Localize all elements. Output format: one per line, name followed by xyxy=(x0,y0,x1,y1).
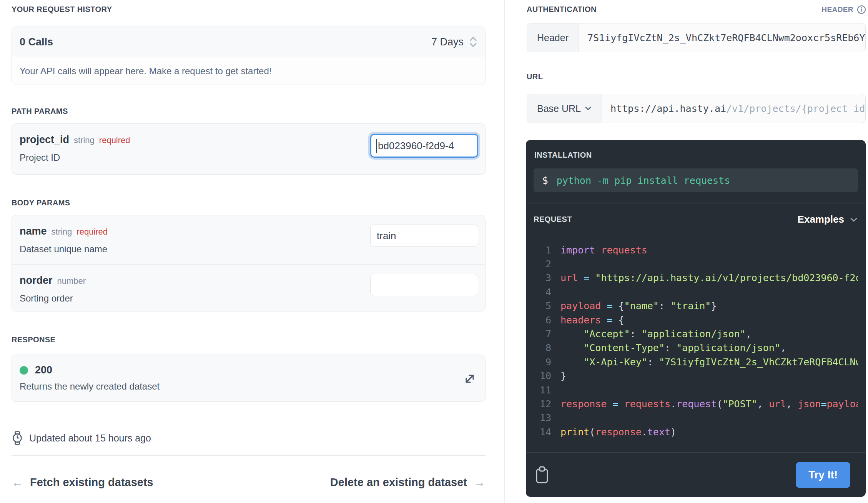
code-line: 3url = "https://api.hasty.ai/v1/projects… xyxy=(534,271,858,285)
auth-header-box: Header 7S1iyfgIVcZtN_2s_VhCZkt7eRQFB4CLN… xyxy=(527,23,866,52)
response-status: 200 xyxy=(20,364,477,376)
status-code: 200 xyxy=(35,364,52,376)
code-line: 10} xyxy=(534,369,858,383)
param-name: project_id xyxy=(20,134,69,146)
param-row-norder: norder number Sorting order xyxy=(12,264,485,311)
footer-divider xyxy=(12,455,486,456)
body-params-title: BODY PARAMS xyxy=(12,198,486,207)
chevron-down-icon xyxy=(850,217,858,222)
install-command-row: $ python -m pip install requests xyxy=(534,168,858,192)
prev-endpoint-label: Fetch existing datasets xyxy=(30,476,153,489)
auth-header-label: Header xyxy=(527,23,579,52)
installation-title: INSTALLATION xyxy=(534,151,858,160)
next-endpoint-link[interactable]: Delete an existing dataset → xyxy=(330,476,486,489)
code-line: 8 "Content-Type": "application/json", xyxy=(534,341,858,355)
param-type: string xyxy=(52,227,72,237)
sort-chevrons-icon xyxy=(469,35,477,48)
request-title: REQUEST xyxy=(534,215,572,224)
request-panel: YOUR REQUEST HISTORY 0 Calls 7 Days Your… xyxy=(12,0,486,489)
watch-icon xyxy=(12,431,23,445)
auth-scheme-label: HEADER xyxy=(821,5,853,14)
code-line: 9 "X-Api-Key": "7S1iyfgIVcZtN_2s_VhCZkt7… xyxy=(534,355,858,369)
calls-count: 0 Calls xyxy=(20,36,53,48)
response-title: RESPONSE xyxy=(12,335,486,344)
history-range-value: 7 Days xyxy=(431,36,464,48)
path-params-title: PATH PARAMS xyxy=(12,107,486,116)
examples-dropdown[interactable]: Examples xyxy=(798,213,858,225)
param-name: norder xyxy=(20,275,53,286)
response-card: 200 Returns the newly created dataset xyxy=(12,355,486,402)
examples-label: Examples xyxy=(798,213,844,225)
panel-bottom-bar: Try It! xyxy=(526,452,866,497)
code-block: 1import requests23url = "https://api.has… xyxy=(534,243,858,439)
request-header-row: REQUEST Examples xyxy=(534,213,858,225)
code-line: 6headers = { xyxy=(534,313,858,327)
code-line: 5payload = {"name": "train"} xyxy=(534,299,858,313)
project-id-input[interactable]: bd023960-f2d9-4 xyxy=(370,134,478,158)
code-line: 11 xyxy=(534,383,858,397)
request-history-card: 0 Calls 7 Days Your API calls will appea… xyxy=(12,27,486,85)
api-key-input[interactable]: 7S1iyfgIVcZtN_2s_VhCZkt7eRQFB4CLNwm2ooxc… xyxy=(579,23,865,52)
terminal-prompt: $ xyxy=(542,175,548,186)
param-type: number xyxy=(57,276,86,286)
body-params-card: name string required Dataset unique name… xyxy=(12,215,486,311)
prev-endpoint-link[interactable]: ← Fetch existing datasets xyxy=(12,476,153,489)
arrow-right-icon: → xyxy=(474,476,486,489)
code-line: 13 xyxy=(534,411,858,425)
name-input[interactable] xyxy=(370,225,478,247)
authentication-title: AUTHENTICATION xyxy=(527,5,597,14)
param-name: name xyxy=(20,225,47,237)
history-range-select[interactable]: 7 Days xyxy=(431,35,477,48)
try-it-panel: AUTHENTICATION HEADER i Header 7S1iyfgIV… xyxy=(504,0,868,503)
project-id-input-value: bd023960-f2d9-4 xyxy=(378,140,454,152)
history-empty-message: Your API calls will appear here. Make a … xyxy=(12,57,485,85)
auth-row: AUTHENTICATION HEADER i xyxy=(527,5,866,14)
auth-scheme[interactable]: HEADER i xyxy=(821,5,866,14)
response-description: Returns the newly created dataset xyxy=(20,381,477,392)
code-line: 2 xyxy=(534,257,858,271)
pager: ← Fetch existing datasets Delete an exis… xyxy=(12,476,486,489)
install-command: python -m pip install requests xyxy=(557,175,730,186)
param-required-badge: required xyxy=(76,227,108,237)
base-url-value: https://api.hasty.ai xyxy=(610,103,726,114)
panel-divider xyxy=(526,203,866,203)
param-row-name: name string required Dataset unique name xyxy=(12,215,485,264)
code-line: 4 xyxy=(534,285,858,299)
arrow-left-icon: ← xyxy=(12,476,23,489)
base-url-label: Base URL xyxy=(537,103,581,114)
base-url-select[interactable]: Base URL xyxy=(527,94,602,123)
norder-input[interactable] xyxy=(370,274,478,296)
try-it-button[interactable]: Try It! xyxy=(796,462,850,488)
expand-icon[interactable] xyxy=(463,372,477,386)
next-endpoint-label: Delete an existing dataset xyxy=(330,476,467,489)
code-panel: INSTALLATION $ python -m pip install req… xyxy=(526,140,866,497)
param-row-project-id: project_id string required Project ID bd… xyxy=(12,124,485,174)
updated-text: Updated about 15 hours ago xyxy=(29,433,151,444)
status-dot-icon xyxy=(20,366,28,375)
info-icon: i xyxy=(857,5,866,14)
code-line: 12response = requests.request("POST", ur… xyxy=(534,397,858,411)
clipboard-icon[interactable] xyxy=(535,466,549,484)
url-box: Base URL https://api.hasty.ai/v1/project… xyxy=(527,94,866,123)
code-line: 7 "Accept": "application/json", xyxy=(534,327,858,341)
url-path-suffix: /v1/projects/{project_id}/ xyxy=(726,103,865,114)
path-params-card: project_id string required Project ID bd… xyxy=(12,123,486,175)
chevron-down-icon xyxy=(585,106,592,111)
updated-row: Updated about 15 hours ago xyxy=(12,431,486,445)
request-history-title: YOUR REQUEST HISTORY xyxy=(12,5,486,14)
request-url: https://api.hasty.ai/v1/projects/{projec… xyxy=(602,94,865,123)
request-history-header: 0 Calls 7 Days xyxy=(12,27,485,57)
code-line: 14print(response.text) xyxy=(534,425,858,439)
code-line: 1import requests xyxy=(534,243,858,257)
url-title: URL xyxy=(527,72,868,81)
param-required-badge: required xyxy=(99,135,130,145)
text-caret xyxy=(376,139,377,153)
param-type: string xyxy=(74,135,95,145)
